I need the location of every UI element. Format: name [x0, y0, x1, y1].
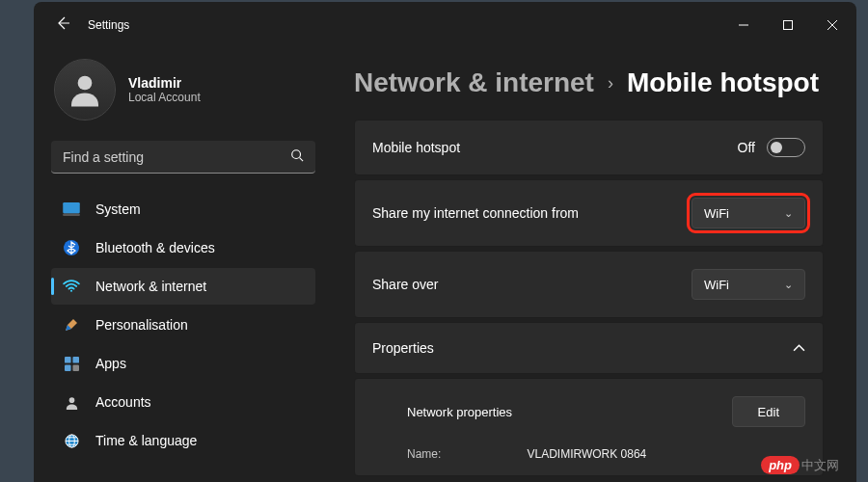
sidebar-item-label: Accounts — [95, 394, 151, 410]
share-over-label: Share over — [372, 277, 692, 292]
share-from-value: WiFi — [704, 206, 729, 221]
nav-list: System Bluetooth & devices Network & int… — [47, 191, 319, 459]
profile-name: Vladimir — [128, 75, 201, 91]
sidebar-item-label: Time & language — [95, 433, 197, 448]
bluetooth-icon — [63, 239, 80, 256]
property-name-key: Name: — [407, 447, 523, 461]
breadcrumb: Network & internet › Mobile hotspot — [354, 67, 824, 98]
svg-rect-3 — [63, 202, 80, 213]
sidebar-item-label: Apps — [95, 356, 126, 371]
edit-button[interactable]: Edit — [732, 396, 805, 427]
sidebar-item-system[interactable]: System — [51, 191, 315, 228]
svg-rect-10 — [72, 364, 79, 371]
sidebar-item-label: Network & internet — [95, 279, 206, 294]
svg-point-6 — [70, 290, 72, 292]
share-over-value: WiFi — [704, 278, 729, 292]
minimize-button[interactable] — [721, 2, 766, 48]
system-icon — [63, 201, 80, 218]
properties-header[interactable]: Properties — [354, 322, 824, 374]
hotspot-toggle[interactable] — [767, 138, 805, 157]
sidebar-item-apps[interactable]: Apps — [51, 345, 315, 382]
profile-subtitle: Local Account — [128, 91, 201, 104]
svg-point-2 — [292, 150, 301, 159]
svg-rect-9 — [65, 364, 71, 371]
apps-icon — [63, 355, 80, 372]
chevron-down-icon: ⌄ — [784, 279, 793, 291]
sidebar-item-label: Bluetooth & devices — [95, 240, 215, 255]
edit-button-label: Edit — [758, 405, 779, 419]
properties-label: Properties — [372, 340, 793, 356]
window-controls — [721, 2, 854, 48]
sidebar: Vladimir Local Account System — [34, 48, 333, 482]
page-title: Mobile hotspot — [627, 67, 819, 98]
breadcrumb-parent[interactable]: Network & internet — [354, 67, 594, 98]
chevron-up-icon — [793, 341, 805, 356]
share-from-dropdown[interactable]: WiFi ⌄ — [692, 198, 805, 228]
share-over-card: Share over WiFi ⌄ — [354, 251, 824, 318]
hotspot-toggle-state: Off — [738, 140, 755, 155]
sidebar-item-bluetooth[interactable]: Bluetooth & devices — [51, 229, 315, 266]
wifi-icon — [63, 278, 80, 295]
share-over-dropdown[interactable]: WiFi ⌄ — [692, 269, 805, 300]
svg-rect-0 — [784, 21, 793, 30]
watermark: php 中文网 — [761, 456, 839, 474]
network-properties-label: Network properties — [407, 405, 512, 419]
svg-point-1 — [78, 76, 93, 91]
hotspot-card: Mobile hotspot Off — [354, 120, 824, 175]
main-panel: Network & internet › Mobile hotspot Mobi… — [333, 48, 856, 482]
search-input[interactable] — [63, 149, 290, 165]
close-button[interactable] — [810, 2, 854, 48]
search-box[interactable] — [51, 141, 315, 174]
watermark-badge: php — [761, 456, 800, 474]
share-from-card: Share my internet connection from WiFi ⌄ — [354, 179, 824, 247]
maximize-button[interactable] — [766, 2, 810, 48]
sidebar-item-network[interactable]: Network & internet — [51, 268, 315, 305]
back-button[interactable] — [55, 15, 70, 35]
svg-point-11 — [68, 397, 74, 403]
sidebar-item-personalisation[interactable]: Personalisation — [51, 307, 315, 343]
titlebar: Settings — [34, 2, 856, 48]
accounts-icon — [63, 393, 80, 411]
globe-icon — [63, 432, 80, 449]
share-from-label: Share my internet connection from — [372, 205, 692, 221]
chevron-right-icon: › — [608, 73, 613, 94]
search-icon — [290, 148, 304, 165]
sidebar-item-accounts[interactable]: Accounts — [51, 384, 315, 420]
avatar — [55, 60, 115, 120]
chevron-down-icon: ⌄ — [784, 207, 793, 220]
watermark-text: 中文网 — [801, 457, 839, 474]
sidebar-item-label: Personalisation — [95, 317, 188, 333]
sidebar-item-label: System — [95, 201, 141, 217]
svg-rect-8 — [72, 357, 79, 363]
property-name-value: VLADIMIRWORK 0864 — [527, 447, 646, 461]
highlight-annotation: WiFi ⌄ — [692, 198, 805, 228]
svg-rect-7 — [65, 357, 71, 363]
svg-rect-4 — [63, 213, 80, 216]
sidebar-item-time-language[interactable]: Time & language — [51, 422, 315, 459]
settings-window: Settings — [34, 2, 856, 482]
personalisation-icon — [63, 316, 80, 334]
hotspot-label: Mobile hotspot — [372, 140, 738, 155]
window-title: Settings — [88, 18, 721, 32]
properties-body: Network properties Edit Name: VLADIMIRWO… — [354, 378, 824, 476]
profile-block[interactable]: Vladimir Local Account — [47, 48, 319, 141]
